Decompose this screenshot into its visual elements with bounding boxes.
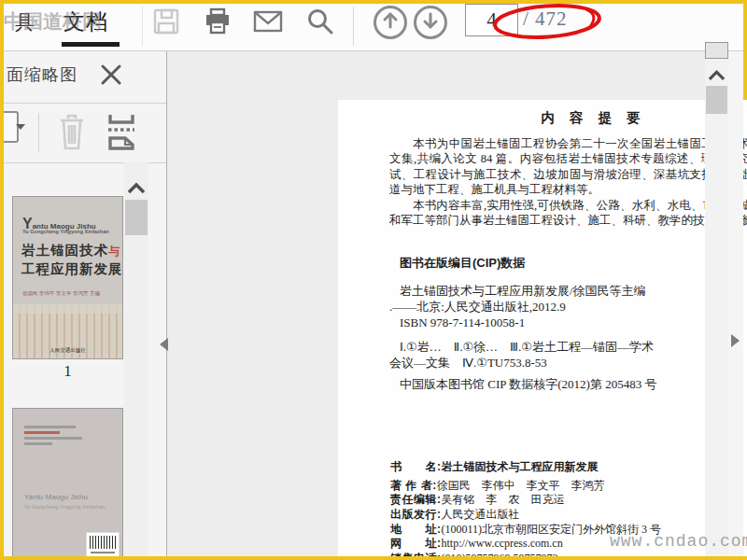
colophon-row: 出版发行:人民交通出版社 — [390, 508, 747, 523]
cip-block: 图书在版编目(CIP)数据 岩土锚固技术与工程应用新发展/徐国民等主编 .——北… — [389, 255, 747, 393]
toolbar-separator — [142, 7, 143, 46]
cip-line: ISBN 978-7-114-10058-1 — [389, 315, 747, 330]
document-page: 内 容 提 要 本书为中国岩土锚固工程协会第二十一次全国岩土锚固工程学术研讨会论… — [338, 100, 747, 556]
toolbar-separator — [38, 113, 39, 152]
toolbar: 具 文档 — [4, 4, 743, 51]
active-tab-underline — [62, 42, 120, 47]
thumbnail-page-2[interactable]: Yantu Maogu Jishu Yu Gongcheng Yingyong … — [12, 408, 123, 556]
cip-line: 岩土锚固技术与工程应用新发展/徐国民等主编 — [389, 283, 747, 299]
split-page-button[interactable] — [105, 113, 138, 154]
page-number-input[interactable] — [465, 4, 518, 36]
collapse-sidebar-arrow[interactable] — [160, 338, 168, 351]
document-viewer-window: 具 文档 — [0, 0, 747, 560]
cover-pinyin-subtitle: Yu Gongcheng Yingyong Xinfazhan — [22, 229, 109, 234]
email-icon — [253, 8, 283, 38]
split-page-icon — [105, 113, 138, 154]
thumbnail-toolbar — [4, 104, 166, 163]
summary-paragraph: 本书内容丰富,实用性强,可供铁路、公路、水利、水电、市政、城建、地矿和军工等部门… — [389, 198, 747, 229]
print-icon — [204, 7, 232, 39]
cover-title-accent: 与 — [108, 245, 120, 258]
close-icon — [99, 63, 123, 91]
save-button[interactable] — [151, 7, 181, 39]
page-up-icon — [380, 10, 401, 35]
chevron-up-icon — [708, 68, 726, 84]
document-scrollbar[interactable] — [705, 51, 728, 556]
print-button[interactable] — [203, 7, 233, 39]
page-down-button[interactable] — [414, 6, 447, 39]
scroll-up-button[interactable] — [708, 68, 726, 85]
colophon-row: 责任编辑:吴有铭 李 农 田克运 — [390, 493, 747, 508]
content-summary: 内 容 提 要 本书为中国岩土锚固工程协会第二十一次全国岩土锚固工程学术研讨会论… — [389, 109, 747, 228]
thumbnail-panel: 面缩略图 — [4, 51, 167, 556]
colophon-row: 地 址:(100011)北京市朝阳区安定门外外馆斜街 3 号 — [390, 523, 747, 538]
back-cover-pinyin-title: Yantu Maogu Jishu — [24, 493, 88, 501]
cover-photo: 人民交通出版社 — [13, 304, 122, 358]
back-cover-text-line — [24, 437, 82, 440]
cip-classification: 会议—文集 Ⅳ.①TU753.8-53 — [389, 355, 747, 371]
back-cover-text-line — [24, 426, 76, 428]
barcode — [86, 532, 120, 556]
close-panel-button[interactable] — [97, 63, 125, 91]
scrollbar-thumb[interactable] — [125, 200, 148, 235]
chevron-up-icon — [127, 181, 146, 197]
expand-right-panel-arrow[interactable] — [731, 334, 740, 347]
page-down-icon — [420, 10, 441, 35]
sidebar-scrollbar[interactable] — [124, 162, 148, 556]
panel-title: 面缩略图 — [7, 63, 78, 86]
thumbnail-panel-header: 面缩略图 — [4, 51, 166, 104]
tab-tools[interactable]: 具 — [15, 9, 35, 35]
page-up-button[interactable] — [374, 6, 407, 39]
scrollbar-thumb[interactable] — [706, 86, 727, 114]
back-cover-text-line — [24, 431, 60, 434]
page-total-label: / 472 — [523, 7, 568, 31]
save-icon — [152, 7, 180, 39]
cover-photo-band — [13, 304, 122, 314]
cover-authors: 徐国民 李伟中 李文平 李鸿芳 主编 — [22, 290, 100, 297]
barcode-number — [91, 552, 115, 553]
colophon-row: 书 名:岩土锚固技术与工程应用新发展 — [390, 460, 747, 475]
cover-publisher: 人民交通出版社 — [13, 347, 122, 354]
trash-icon — [57, 113, 87, 156]
colophon-block: 书 名:岩土锚固技术与工程应用新发展 著 作 者:徐国民 李伟中 李文平 李鸿芳… — [390, 460, 747, 556]
delete-page-button[interactable] — [57, 113, 87, 156]
colophon-row: 销售电话:(010)59757969,59757973 — [390, 552, 747, 556]
search-button[interactable] — [305, 7, 335, 39]
back-cover-pinyin-subtitle: Yu Gongcheng Yingyong Xinfazhan — [24, 504, 106, 510]
right-edge-strip — [728, 51, 743, 556]
back-cover-text-line — [24, 442, 52, 445]
summary-title: 内 容 提 要 — [389, 109, 747, 127]
cip-heading: 图书在版编目(CIP)数据 — [389, 255, 747, 272]
tab-document[interactable]: 文档 — [63, 7, 108, 36]
thumbnail-page-1[interactable]: Yantu Maogu Jishu Yu Gongcheng Yingyong … — [12, 196, 123, 359]
cover-title: 岩土锚固技术与 工程应用新发展 — [21, 242, 123, 278]
search-icon — [306, 7, 334, 39]
scroll-up-button[interactable] — [127, 181, 146, 198]
thumbnail-page-number: 1 — [12, 362, 123, 381]
document-area: 内 容 提 要 本书为中国岩土锚固工程协会第二十一次全国岩土锚固工程学术研讨会论… — [167, 51, 705, 556]
cip-line: .——北京:人民交通出版社,2012.9 — [389, 299, 747, 315]
chevron-down-icon[interactable] — [16, 124, 25, 130]
toolbar-separator — [353, 7, 354, 46]
barcode-bars — [90, 536, 116, 549]
cip-record: 中国版本图书馆 CIP 数据核字(2012)第 205483 号 — [389, 376, 747, 393]
email-button[interactable] — [253, 7, 283, 39]
summary-paragraph: 本书为中国岩土锚固工程协会第二十一次全国岩土锚固工程学术研讨会论文集,共编入论文… — [389, 136, 747, 198]
colophon-row: 著 作 者:徐国民 李伟中 李文平 李鸿芳 — [390, 479, 747, 494]
cip-classification: Ⅰ.①岩… Ⅱ.①徐… Ⅲ.①岩土工程—锚固—学术 — [389, 339, 747, 355]
scrollbar-top-box — [705, 42, 728, 59]
colophon-row: 网 址:http://www.ccpress.com.cn — [390, 537, 747, 552]
